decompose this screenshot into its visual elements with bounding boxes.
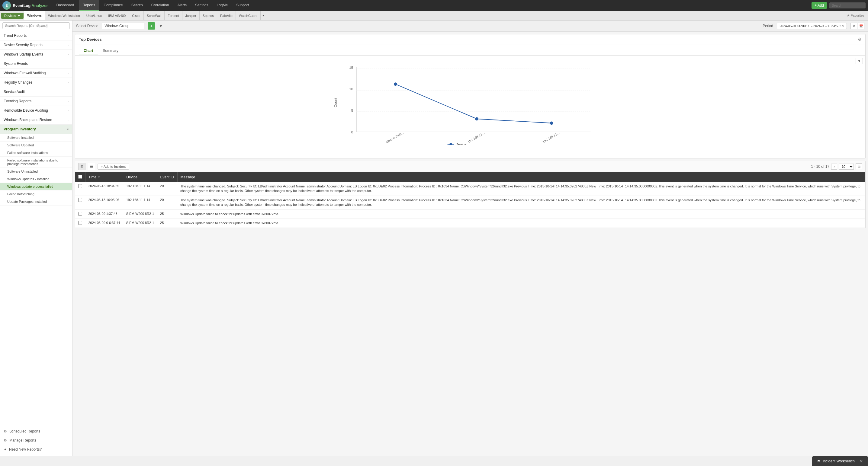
tab-sophos[interactable]: Sophos <box>199 11 217 21</box>
nav-item-support[interactable]: Support <box>232 0 252 11</box>
sidebar-sub-failed-installations[interactable]: Failed software installations <box>0 149 72 157</box>
tab-paloalto[interactable]: PaloAlto <box>217 11 236 21</box>
table-view-button[interactable]: ⊞ <box>78 163 86 170</box>
period-calendar-button[interactable]: 📅 <box>858 23 864 29</box>
more-tabs-button[interactable]: ▾ <box>261 12 266 19</box>
filter-icon[interactable]: ▼ <box>159 24 163 28</box>
chart-expand-button[interactable]: ▾ <box>856 58 863 64</box>
sidebar-item-trend-reports[interactable]: Trend Reports › <box>0 31 72 40</box>
next-page-button[interactable]: › <box>831 164 837 170</box>
devices-group-tab[interactable]: Devices ▼ <box>1 13 24 19</box>
tab-cisco[interactable]: Cisco <box>129 11 144 21</box>
chevron-right-icon: › <box>68 90 68 94</box>
nav-item-reports[interactable]: Reports <box>79 0 99 11</box>
table-row: 2024-05-09 0 6:37:44 SIEM-W200 8R2-1 25 … <box>75 219 865 228</box>
sidebar-item-program-inventory[interactable]: Program Inventory ▾ <box>0 125 72 134</box>
chart-tab-summary[interactable]: Summary <box>98 47 123 55</box>
sort-icon: ▼ <box>98 176 100 179</box>
sidebar-sub-software-installed[interactable]: Software Installed <box>0 134 72 141</box>
cell-time: 2024-05-09 0 6:37:44 <box>86 219 123 228</box>
th-checkbox[interactable] <box>75 172 86 182</box>
chevron-right-icon: › <box>68 34 68 37</box>
nav-item-logme[interactable]: LogMe <box>213 0 231 11</box>
cell-event-id: 25 <box>157 219 177 228</box>
sidebar-item-device-severity-reports[interactable]: Device Severity Reports › <box>0 40 72 50</box>
sidebar-item-system-events[interactable]: System Events › <box>0 59 72 68</box>
tab-ibm-as400[interactable]: IBM AS/400 <box>105 11 129 21</box>
sidebar-sub-windows-updates-installed[interactable]: Windows Updates - Installed <box>0 175 72 183</box>
tab-sonicwall[interactable]: SonicWall <box>144 11 165 21</box>
th-message[interactable]: Message <box>177 172 865 182</box>
sidebar-item-windows-startup-events[interactable]: Windows Startup Events › <box>0 50 72 59</box>
add-device-button[interactable]: + <box>148 22 155 30</box>
chart-body: ▾ 0 5 10 15 <box>75 56 865 158</box>
data-table: Time ▼ Device Event ID Message 2024-05-1… <box>75 172 865 228</box>
nav-item-dashboard[interactable]: Dashboard <box>53 0 78 11</box>
column-settings-button[interactable]: ⊞ <box>856 163 862 170</box>
sidebar-search-container <box>0 21 72 31</box>
sidebar-sub-windows-update-process-failed[interactable]: Windows update process failed <box>0 183 72 191</box>
tab-fortinet[interactable]: Fortinet <box>164 11 182 21</box>
chevron-right-icon: › <box>68 43 68 47</box>
nav-item-search[interactable]: Search <box>128 0 147 11</box>
nav-item-settings[interactable]: Settings <box>191 0 212 11</box>
svg-text:5: 5 <box>351 108 353 112</box>
sidebar-item-removable-device-auditing[interactable]: Removable Device Auditing › <box>0 106 72 115</box>
svg-text:Count: Count <box>334 98 338 107</box>
chart-tab-chart[interactable]: Chart <box>79 47 98 55</box>
select-all-checkbox[interactable] <box>78 175 82 179</box>
add-button[interactable]: + Add <box>811 2 827 9</box>
global-search-input[interactable] <box>829 2 866 8</box>
sidebar-manage-reports[interactable]: ⚙ Manage Reports <box>0 436 72 445</box>
th-time[interactable]: Time ▼ <box>86 172 123 182</box>
period-label: Period <box>763 24 773 28</box>
svg-text:10: 10 <box>349 87 353 91</box>
device-select[interactable]: WindowsGroup <box>102 23 144 29</box>
tab-juniper[interactable]: Juniper <box>182 11 199 21</box>
list-view-button[interactable]: ☰ <box>88 163 95 170</box>
tab-windows-workstation[interactable]: Windows Workstation <box>45 11 83 21</box>
row-checkbox[interactable] <box>78 184 82 188</box>
sidebar-search-input[interactable] <box>2 22 70 29</box>
sidebar-scheduled-reports[interactable]: ⚙ Scheduled Reports <box>0 427 72 436</box>
sidebar-item-label: Windows Backup and Restore <box>4 118 52 122</box>
sidebar-sub-software-uninstalled[interactable]: Software Uninstalled <box>0 168 72 175</box>
nav-item-compliance[interactable]: Compliance <box>100 0 126 11</box>
main-toolbar: Select Device WindowsGroup + ▼ Period 20… <box>72 21 868 32</box>
chart-settings-icon[interactable]: ⚙ <box>858 37 862 42</box>
sidebar-sub-failed-installations-privilege[interactable]: Failed software installations due to pri… <box>0 157 72 168</box>
nav-item-alerts[interactable]: Alerts <box>174 0 190 11</box>
per-page-select[interactable]: 10 25 50 100 <box>839 164 854 170</box>
sidebar-sub-failed-hotpatching[interactable]: Failed hotpatching <box>0 191 72 198</box>
tab-watchguard[interactable]: WatchGuard <box>236 11 261 21</box>
sidebar-need-new-reports[interactable]: ✦ Need New Reports? <box>0 445 72 454</box>
nav-item-correlation[interactable]: Correlation <box>148 0 173 11</box>
row-checkbox[interactable] <box>78 221 82 225</box>
row-checkbox-cell[interactable] <box>75 182 86 196</box>
svg-text:192.168.11...: 192.168.11... <box>542 131 560 144</box>
sidebar-item-eventlog-reports[interactable]: Eventlog Reports › <box>0 97 72 106</box>
add-to-incident-button[interactable]: + Add to Incident <box>98 164 129 170</box>
chevron-right-icon: › <box>68 100 68 103</box>
favorites-button[interactable]: ★ Favorites <box>844 13 867 18</box>
sidebar-item-registry-changes[interactable]: Registry Changes › <box>0 78 72 87</box>
row-checkbox-cell[interactable] <box>75 209 86 219</box>
sidebar-item-windows-backup-restore[interactable]: Windows Backup and Restore › <box>0 115 72 125</box>
row-checkbox[interactable] <box>78 212 82 216</box>
svg-text:192.168.11...: 192.168.11... <box>467 131 485 144</box>
tab-windows[interactable]: Windows <box>24 11 45 21</box>
row-checkbox-cell[interactable] <box>75 219 86 228</box>
row-checkbox-cell[interactable] <box>75 196 86 209</box>
chart-tabs: Chart Summary <box>75 44 865 56</box>
period-clear-button[interactable]: ✕ <box>850 23 857 29</box>
sidebar-item-service-audit[interactable]: Service Audit › <box>0 87 72 97</box>
row-checkbox[interactable] <box>78 198 82 202</box>
th-event-id[interactable]: Event ID <box>157 172 177 182</box>
sidebar-item-windows-firewall-auditing[interactable]: Windows Firewall Auditing › <box>0 68 72 78</box>
th-device[interactable]: Device <box>123 172 157 182</box>
sidebar-sub-update-packages-installed[interactable]: Update Packages Installed <box>0 198 72 205</box>
sidebar: Trend Reports › Device Severity Reports … <box>0 21 72 456</box>
tab-unix-linux[interactable]: Unix/Linux <box>83 11 105 21</box>
chevron-right-icon: › <box>68 109 68 112</box>
sidebar-sub-software-updated[interactable]: Software Updated <box>0 141 72 149</box>
